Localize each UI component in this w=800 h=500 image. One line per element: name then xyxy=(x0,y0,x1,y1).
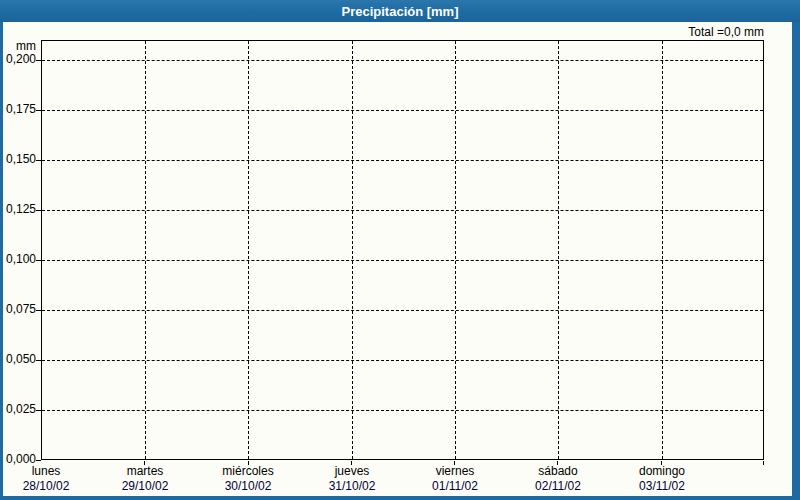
x-axis-day: martes 29/10/02 xyxy=(90,464,200,494)
day-name: lunes xyxy=(0,464,101,479)
y-axis-tick xyxy=(36,60,41,61)
y-axis-label: 0,050 xyxy=(0,353,36,366)
h-gridline xyxy=(42,160,763,161)
x-axis-day: jueves 31/10/02 xyxy=(297,464,407,494)
y-axis-tick xyxy=(36,260,41,261)
v-gridline xyxy=(248,41,249,459)
y-axis-tick xyxy=(36,160,41,161)
day-date: 30/10/02 xyxy=(193,479,303,494)
day-name: domingo xyxy=(607,464,717,479)
day-date: 31/10/02 xyxy=(297,479,407,494)
day-date: 28/10/02 xyxy=(0,479,101,494)
h-gridline xyxy=(42,410,763,411)
day-name: jueves xyxy=(297,464,407,479)
y-axis-tick xyxy=(36,360,41,361)
y-axis-label: 0,150 xyxy=(0,153,36,166)
y-axis-label: 0,075 xyxy=(0,303,36,316)
day-name: miércoles xyxy=(193,464,303,479)
y-axis-tick xyxy=(36,110,41,111)
y-axis-label: 0,125 xyxy=(0,203,36,216)
y-axis-tick xyxy=(36,460,41,461)
day-name: viernes xyxy=(400,464,510,479)
chart-title: Precipitación [mm] xyxy=(341,4,458,19)
h-gridline xyxy=(42,110,763,111)
v-gridline xyxy=(558,41,559,459)
window-border-right xyxy=(792,22,800,500)
h-gridline xyxy=(42,360,763,361)
h-gridline xyxy=(42,60,763,61)
day-name: sábado xyxy=(503,464,613,479)
x-axis-tick xyxy=(763,461,764,465)
y-axis-tick xyxy=(36,410,41,411)
x-axis-day: domingo 03/11/02 xyxy=(607,464,717,494)
x-axis-day: miércoles 30/10/02 xyxy=(193,464,303,494)
day-date: 29/10/02 xyxy=(90,479,200,494)
v-gridline xyxy=(145,41,146,459)
day-date: 01/11/02 xyxy=(400,479,510,494)
x-axis-day: viernes 01/11/02 xyxy=(400,464,510,494)
window-border-bottom xyxy=(0,496,800,500)
v-gridline xyxy=(662,41,663,459)
day-date: 03/11/02 xyxy=(607,479,717,494)
x-axis-day: sábado 02/11/02 xyxy=(503,464,613,494)
chart-title-bar: Precipitación [mm] xyxy=(0,0,800,22)
y-axis-tick xyxy=(36,310,41,311)
v-gridline xyxy=(352,41,353,459)
plot-area xyxy=(41,40,764,460)
y-axis-label: 0,200 xyxy=(0,53,36,66)
day-name: martes xyxy=(90,464,200,479)
y-axis-tick xyxy=(36,210,41,211)
h-gridline xyxy=(42,260,763,261)
h-gridline xyxy=(42,210,763,211)
v-gridline xyxy=(455,41,456,459)
y-axis-label: 0,175 xyxy=(0,103,36,116)
x-axis-day: lunes 28/10/02 xyxy=(0,464,101,494)
y-axis-label: 0,025 xyxy=(0,403,36,416)
day-date: 02/11/02 xyxy=(503,479,613,494)
h-gridline xyxy=(42,310,763,311)
y-axis-label: 0,100 xyxy=(0,253,36,266)
total-precipitation-label: Total =0,0 mm xyxy=(400,25,764,39)
